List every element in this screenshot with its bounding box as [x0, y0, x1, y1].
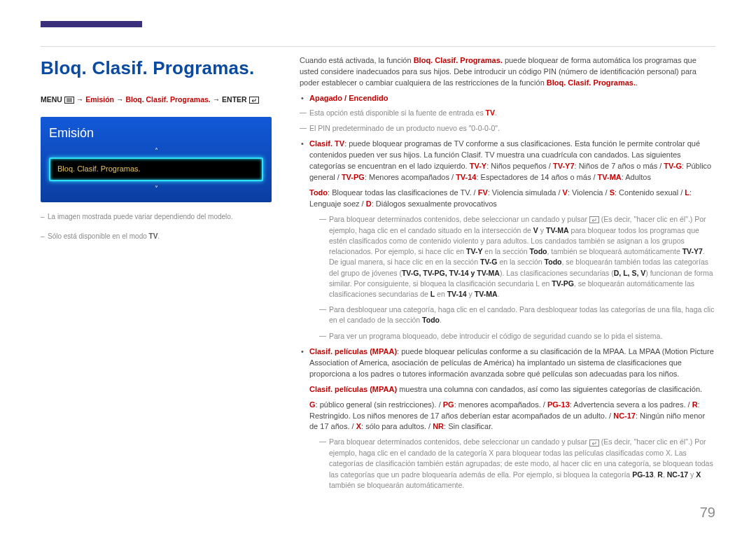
page-title: Bloq. Clasif. Programas.: [41, 55, 280, 82]
text: : Violencia /: [568, 188, 610, 197]
footnote-text: Sólo está disponible en el modo: [48, 232, 149, 240]
rating-tvy7: TV-Y7: [682, 247, 703, 255]
rating-todo: Todo: [545, 258, 562, 266]
rating-nc17: NC-17: [613, 412, 636, 420]
text: : Bloquear todas las clasificaciones de …: [328, 188, 478, 197]
text: en la sección: [482, 247, 529, 255]
text: : Niños pequeños /: [486, 162, 553, 170]
rating-x: X: [696, 470, 701, 479]
intro-paragraph: Cuando está activada, la función Bloq. C…: [300, 55, 715, 89]
clasif-tv-label: Clasif. TV: [309, 139, 344, 148]
rating-d: D: [366, 199, 372, 208]
text: : público general (sin restricciones). /: [316, 400, 443, 409]
rating-tvpg: TV-PG: [342, 173, 365, 181]
svg-rect-6: [589, 440, 598, 447]
rating-r: R: [657, 470, 663, 479]
rating-fv: FV: [478, 188, 488, 197]
option-onoff: Apagado / Encendido: [309, 93, 715, 104]
mpaa-label: Clasif. películas (MPAA): [309, 347, 397, 356]
text: Para bloquear determinados contenidos, d…: [329, 215, 589, 223]
menu-icon: [64, 94, 74, 105]
text: Para bloquear determinados contenidos, d…: [329, 437, 589, 446]
feature-name: Bloq. Clasif. Programas.: [414, 56, 503, 64]
rating-g: G: [309, 400, 316, 409]
rating-todo: Todo: [309, 188, 328, 197]
chevron-down-icon[interactable]: ˅: [49, 184, 263, 192]
rating-s: S: [610, 188, 615, 197]
rating-r: R: [692, 400, 698, 409]
rating-tvy7: TV-Y7: [553, 162, 575, 170]
enter-icon: [249, 94, 259, 105]
note-unblock: Para desbloquear una categoría, haga cli…: [319, 304, 715, 325]
rating-tv14: TV-14: [456, 173, 476, 181]
rating-pg13: PG-13: [632, 470, 653, 479]
rating-x: X: [356, 422, 361, 430]
chevron-up-icon[interactable]: ˄: [49, 146, 263, 155]
rating-group: TV-G, TV-PG, TV-14 y TV-MA: [402, 269, 500, 277]
menu-label: MENU: [41, 95, 62, 104]
text: Esta opción está disponible si la fuente…: [309, 108, 486, 117]
text: en la sección: [435, 258, 480, 266]
rating-pg13: PG-13: [547, 400, 570, 409]
text: .: [440, 316, 442, 324]
text: en: [435, 290, 447, 298]
horizontal-rule: [41, 46, 715, 47]
rating-tvma: TV-MA: [475, 290, 498, 298]
menu-path: MENU → Emisión → Bloq. Clasif. Programas…: [41, 94, 280, 106]
rating-tvg: TV-G: [480, 258, 498, 266]
text: : Diálogos sexualmente provocativos: [372, 199, 497, 208]
text: .: [495, 108, 497, 117]
text: .: [636, 78, 638, 87]
note-default-pin: El PIN predeterminado de un producto nue…: [300, 123, 715, 134]
mpaa-label: Clasif. películas (MPAA): [309, 385, 397, 393]
svg-rect-4: [249, 97, 258, 104]
rating-todo: Todo: [530, 247, 547, 255]
text: ). Las clasificaciones secundarias (: [500, 269, 614, 277]
text: : Sin clasificar.: [444, 422, 493, 430]
text: y: [467, 290, 475, 298]
text: Cuando está activada, la función: [300, 56, 414, 64]
text: en la sección: [497, 258, 544, 266]
osd-selected-item[interactable]: Bloq. Clasif. Programas.: [49, 157, 263, 181]
rating-todo: Todo: [422, 316, 440, 324]
text: muestra una columna con candados, así co…: [397, 385, 702, 393]
text: : Violencia simulada /: [488, 188, 563, 197]
note-tv-source: Esta opción está disponible si la fuente…: [300, 108, 715, 118]
rating-tvg: TV-G: [664, 162, 682, 170]
rating-pg: PG: [443, 400, 454, 409]
svg-rect-5: [589, 217, 598, 223]
text: : menores acompañados. /: [454, 400, 547, 409]
note-mpaa-block: Para bloquear determinados contenidos, d…: [319, 437, 715, 491]
rating-tv14: TV-14: [447, 290, 467, 298]
arrow-icon: →: [76, 95, 84, 104]
text: y: [538, 226, 546, 234]
rating-tvma: TV-MA: [546, 226, 569, 234]
left-column: Bloq. Clasif. Programas. MENU → Emisión …: [41, 55, 300, 496]
text: : sólo para adultos. /: [361, 422, 433, 430]
text: y: [688, 470, 696, 479]
text: : Menores acompañados /: [365, 173, 456, 181]
osd-panel: Emisión ˄ Bloq. Clasif. Programas. ˅: [41, 117, 272, 202]
text: también se bloquearán automáticamente.: [329, 481, 464, 489]
text: .: [497, 290, 499, 298]
text: Para desbloquear una categoría, haga cli…: [329, 305, 714, 324]
tv-label: TV: [149, 232, 158, 240]
text: , también se bloqueará automáticamente: [547, 247, 682, 255]
rating-nc17: NC-17: [667, 470, 688, 479]
clasif-tv-item: Clasif. TV: puede bloquear programas de …: [309, 139, 715, 342]
rating-tvy: TV-Y: [470, 162, 486, 170]
arrow-icon: →: [213, 95, 220, 104]
rating-v: V: [563, 188, 568, 197]
tv-label: TV: [486, 108, 495, 117]
page-number: 79: [700, 503, 715, 523]
rating-v: V: [533, 226, 538, 234]
note-view-blocked: Para ver un programa bloqueado, debe int…: [319, 331, 715, 342]
rating-dlsv: D, L, S, V: [614, 269, 646, 277]
text: : Niños de 7 años o más /: [575, 162, 664, 170]
brand-accent: [41, 21, 142, 27]
rating-tvpg: TV-PG: [552, 279, 574, 288]
feature-name: Bloq. Clasif. Programas.: [547, 78, 636, 87]
text: : Advertencia severa a los padres. /: [570, 400, 692, 409]
note-block-example: Para bloquear determinados contenidos, d…: [319, 214, 715, 300]
arrow-icon: →: [116, 95, 124, 104]
